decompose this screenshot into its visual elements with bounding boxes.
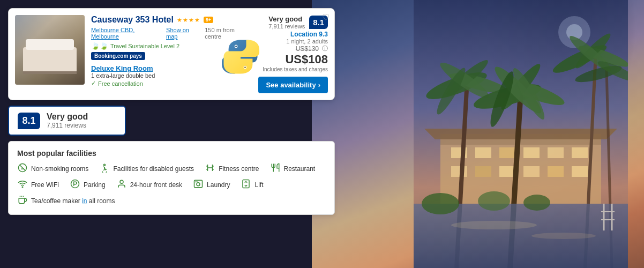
laundry-label: Laundry [207,181,230,189]
original-price: US$130 [296,45,319,53]
hotel-stars: ★★★★ [177,17,200,24]
facility-lift: Lift [241,179,263,191]
parking-label: Parking [84,181,106,189]
score-text-block: Very good 7,911 reviews [47,112,88,129]
svg-rect-12 [451,166,467,177]
parking-icon [70,179,80,191]
svg-rect-9 [523,147,540,158]
svg-rect-8 [499,147,515,158]
svg-rect-10 [548,147,564,158]
lift-label: Lift [254,181,263,189]
svg-point-61 [197,183,200,186]
python-logo [222,38,259,76]
svg-point-46 [422,193,459,214]
non-smoking-label: Non-smoking rooms [31,165,88,173]
wifi-icon [17,179,28,191]
svg-point-50 [235,46,237,47]
tea-coffee-label: Tea/coffee maker in all rooms [31,197,115,205]
hotel-card: ♡ Causeway 353 Hotel ★★★★ 8+ Melbourne C… [8,8,335,100]
booking-pays-badge: Booking.com pays [91,52,145,60]
svg-rect-11 [572,147,588,158]
lift-icon [241,179,251,191]
hotel-name-row: Causeway 353 Hotel ★★★★ 8+ [91,15,252,25]
front-desk-icon [116,179,127,191]
svg-point-44 [451,221,537,229]
score-label: Very good [47,112,88,122]
svg-point-59 [120,180,123,183]
review-label: Very good [268,15,305,23]
pricing-block: 1 night, 2 adults US$130 ⓘ US$108 Includ… [258,38,328,93]
svg-point-45 [531,233,596,239]
leaf-icons: 🍃🍃 [91,42,108,50]
fitness-label: Fitness centre [219,165,259,173]
facility-laundry: Laundry [193,179,230,191]
facilities-row-3: Tea/coffee maker in all rooms [17,195,326,207]
taxes-text: Includes taxes and charges [258,66,328,72]
wishlist-icon[interactable]: ♡ [320,12,331,23]
svg-rect-16 [548,166,564,177]
facilities-row-2: Free WiFi Parking 24-hour front desk [17,179,326,191]
facility-disabled: Facilities for disabled guests [99,163,194,175]
review-count: 7,911 reviews [268,23,305,29]
in-all-rooms-link[interactable]: in [82,197,87,205]
restaurant-label: Restaurant [284,165,316,173]
nights-adults: 1 night, 2 adults [258,38,328,44]
svg-rect-17 [572,166,588,177]
review-top: Very good 7,911 reviews 8.1 Location 9.3 [268,15,328,38]
facility-restaurant: Restaurant [270,163,316,175]
svg-rect-60 [194,180,203,188]
disabled-label: Facilities for disabled guests [113,165,194,173]
svg-line-54 [20,165,26,171]
facility-wifi: Free WiFi [17,179,59,191]
background-image [312,0,644,268]
show-on-map-link[interactable]: Show on map [166,27,201,40]
svg-rect-13 [475,166,491,177]
hotel-info-section: Causeway 353 Hotel ★★★★ 8+ Melbourne CBD… [91,15,252,93]
svg-point-57 [22,187,23,188]
current-price: US$108 [258,53,328,66]
svg-point-47 [478,191,510,211]
facility-parking: Parking [70,179,106,191]
location-score: Location 9.3 [290,31,328,38]
laundry-icon [193,179,204,191]
facilities-card: Most popular facilities Non-smoking room… [8,141,335,215]
wifi-label: Free WiFi [31,181,59,189]
fitness-icon [205,163,215,175]
award-badge: 8+ [204,17,213,23]
svg-point-52 [244,66,246,68]
svg-point-48 [523,195,550,211]
palm-trees-decoration [414,0,628,268]
hotel-image [15,15,85,85]
restaurant-icon [270,163,281,175]
facilities-grid: Non-smoking rooms Facilities for disable… [17,163,326,207]
content-area: ♡ Causeway 353 Hotel ★★★★ 8+ Melbourne C… [0,0,343,268]
see-availability-button[interactable]: See availability › [258,77,328,93]
cancellation-text: Free cancellation [98,80,143,87]
tea-coffee-icon [17,195,28,207]
price-section: Very good 7,911 reviews 8.1 Location 9.3… [258,15,328,93]
score-card: 8.1 Very good 7,911 reviews [8,106,126,136]
svg-rect-15 [523,166,540,177]
facility-tea-coffee: Tea/coffee maker in all rooms [17,195,115,207]
svg-rect-7 [475,147,491,158]
disabled-icon [99,163,110,175]
facility-fitness: Fitness centre [205,163,259,175]
facilities-row-1: Non-smoking rooms Facilities for disable… [17,163,326,175]
hotel-name[interactable]: Causeway 353 Hotel [91,15,174,25]
non-smoking-icon [17,163,28,175]
front-desk-label: 24-hour front desk [130,181,182,189]
score-reviews: 7,911 reviews [47,122,88,129]
bed-shape-decoration [23,47,77,74]
facility-front-desk: 24-hour front desk [116,179,182,191]
facilities-title: Most popular facilities [17,149,326,158]
cancellation-badge: ✓ Free cancellation [91,80,252,87]
facility-non-smoking: Non-smoking rooms [17,163,88,175]
info-icon: ⓘ [322,44,328,53]
location-link[interactable]: Melbourne CBD, Melbourne [91,27,163,40]
sustainable-text: Travel Sustainable Level 2 [110,43,179,49]
score-box: 8.1 [18,113,40,129]
svg-point-56 [104,164,106,166]
